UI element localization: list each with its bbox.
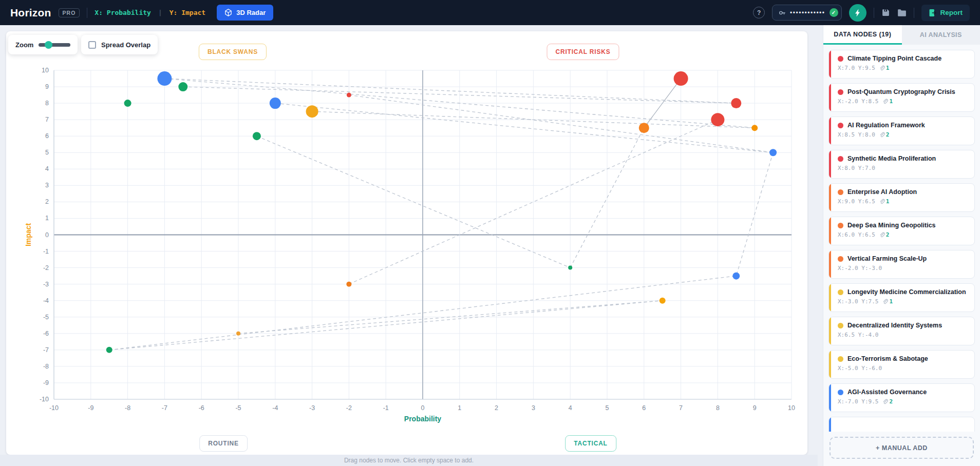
x-tick-label: -10 xyxy=(49,404,59,412)
chart-node[interactable] xyxy=(639,123,649,133)
chart-node[interactable] xyxy=(178,82,187,91)
scatter-plot[interactable]: -10-10-9-9-8-8-7-7-6-6-5-5-4-4-3-3-2-2-1… xyxy=(6,31,807,457)
node-card[interactable]: AGI-Assisted Governance X:-7.0 Y:9.5 2 xyxy=(828,383,975,412)
link-count-badge: 2 xyxy=(879,131,890,138)
link-edge xyxy=(275,103,773,152)
chart-node[interactable] xyxy=(306,105,318,118)
x-tick-label: 4 xyxy=(569,404,572,412)
x-tick-label: 6 xyxy=(642,404,646,412)
open-folder-button[interactable] xyxy=(897,9,907,17)
node-name-row: Synthetic Media Proliferation xyxy=(838,155,968,162)
report-doc-icon xyxy=(929,9,936,17)
chart-node[interactable] xyxy=(674,71,688,86)
api-key-field[interactable]: •••••••••••• ✓ xyxy=(772,5,841,21)
node-card[interactable]: Vertical Farming Scale-Up X:-2.0 Y:-3.0 xyxy=(828,250,975,279)
tab-ai-analysis[interactable]: AI ANALYSIS xyxy=(902,25,980,45)
status-hint-text: Drag nodes to move. Click empty space to… xyxy=(344,457,474,464)
chart-node[interactable] xyxy=(769,149,777,156)
chart-node[interactable] xyxy=(106,347,112,353)
help-button[interactable]: ? xyxy=(753,7,765,18)
chart-node[interactable] xyxy=(124,100,131,107)
x-tick-label: -8 xyxy=(125,404,130,412)
scatter-chart-card[interactable]: -10-10-9-9-8-8-7-7-6-6-5-5-4-4-3-3-2-2-1… xyxy=(6,31,807,455)
zoom-slider-thumb[interactable] xyxy=(45,41,52,49)
severity-dot-icon xyxy=(838,390,843,395)
x-tick-label: -4 xyxy=(272,404,278,412)
severity-stripe xyxy=(829,184,831,211)
x-tick-label: -1 xyxy=(383,404,389,412)
x-tick-label: 5 xyxy=(606,404,609,412)
node-name: Eco-Terrorism & Sabotage xyxy=(847,355,928,362)
y-tick-label: -7 xyxy=(43,346,49,354)
quadrant-label-tactical: TACTICAL xyxy=(565,435,616,452)
report-button[interactable]: Report xyxy=(921,5,970,21)
zoom-label: Zoom xyxy=(15,41,33,49)
node-card[interactable]: Climate Tipping Point Cascade X:7.0 Y:9.… xyxy=(828,50,975,79)
node-card[interactable]: AI Regulation Framework X:8.5 Y:8.0 2 xyxy=(828,116,975,145)
chart-node[interactable] xyxy=(568,266,572,270)
x-tick-label: 3 xyxy=(532,404,535,412)
chart-node[interactable] xyxy=(751,125,758,131)
api-key-masked-value: •••••••••••• xyxy=(790,9,825,16)
severity-dot-icon xyxy=(838,123,843,128)
y-axis-title: Impact xyxy=(24,223,32,246)
severity-dot-icon xyxy=(838,56,843,62)
save-button[interactable] xyxy=(881,8,890,17)
spread-overlap-checkbox[interactable] xyxy=(88,41,96,49)
node-card[interactable]: Longevity Medicine Commercialization X:-… xyxy=(828,283,975,312)
zoom-slider[interactable] xyxy=(39,43,70,47)
node-card[interactable]: Eco-Terrorism & Sabotage X:-5.0 Y:-6.0 xyxy=(828,350,975,379)
node-card[interactable]: Decentralized Identity Systems X:6.5 Y:-… xyxy=(828,317,975,345)
y-tick-label: 5 xyxy=(45,149,49,156)
node-name-row: Climate Tipping Point Cascade xyxy=(838,55,968,62)
link-edge xyxy=(349,95,773,152)
node-coords: X:-2.0 Y:-3.0 xyxy=(838,265,882,271)
divider xyxy=(87,8,87,18)
tab-data-nodes[interactable]: DATA NODES (19) xyxy=(823,25,902,45)
y-tick-label: 10 xyxy=(42,67,49,74)
radar-3d-button[interactable]: 3D Radar xyxy=(217,5,273,21)
severity-dot-icon xyxy=(838,189,843,195)
y-tick-label: -5 xyxy=(43,314,49,321)
chart-node[interactable] xyxy=(659,298,666,304)
node-card[interactable]: Enterprise AI Adoption X:9.0 Y:6.5 1 xyxy=(828,183,975,212)
x-tick-label: -2 xyxy=(346,404,352,412)
chart-node[interactable] xyxy=(157,71,172,86)
node-card[interactable]: Post-Quantum Cryptography Crisis X:-2.0 … xyxy=(828,83,975,112)
x-tick-label: -7 xyxy=(162,404,167,412)
zoom-control: Zoom xyxy=(8,35,78,54)
node-coords-row: X:6.0 Y:6.5 2 xyxy=(838,231,968,238)
node-card[interactable] xyxy=(828,417,975,432)
node-coords: X:7.0 Y:9.5 xyxy=(838,65,875,71)
chart-node[interactable] xyxy=(711,113,724,126)
node-coords: X:6.5 Y:-4.0 xyxy=(838,332,878,338)
top-bar: Horizon PRO X: Probability | Y: Impact 3… xyxy=(0,0,980,25)
node-name: Enterprise AI Adoption xyxy=(847,188,917,196)
axis-separator: | xyxy=(158,9,162,16)
node-coords-row: X:9.0 Y:6.5 1 xyxy=(838,198,968,205)
x-tick-label: -5 xyxy=(235,404,241,412)
chart-node[interactable] xyxy=(732,273,740,280)
node-coords-row: X:8.5 Y:8.0 2 xyxy=(838,131,968,138)
node-card[interactable]: Synthetic Media Proliferation X:8.0 Y:7.… xyxy=(828,150,975,179)
chart-node[interactable] xyxy=(270,98,281,109)
chart-node[interactable] xyxy=(731,98,741,108)
cube-icon xyxy=(224,9,232,16)
spread-overlap-label: Spread Overlap xyxy=(101,41,150,49)
severity-dot-icon xyxy=(838,356,843,362)
chart-node[interactable] xyxy=(346,282,351,287)
node-coords: X:8.5 Y:8.0 xyxy=(838,131,875,138)
run-analysis-button[interactable] xyxy=(849,4,866,22)
severity-stripe xyxy=(829,284,831,312)
manual-add-button[interactable]: + MANUAL ADD xyxy=(830,437,974,459)
node-name: Vertical Farming Scale-Up xyxy=(847,255,927,262)
severity-stripe xyxy=(829,317,831,345)
chart-node[interactable] xyxy=(347,93,351,98)
data-node-list: Climate Tipping Point Cascade X:7.0 Y:9.… xyxy=(823,45,980,432)
chart-node[interactable] xyxy=(236,332,240,336)
header-right-group: ? •••••••••••• ✓ xyxy=(753,4,970,22)
node-card[interactable]: Deep Sea Mining Geopolitics X:6.0 Y:6.5 … xyxy=(828,217,975,245)
chart-node[interactable] xyxy=(253,132,261,140)
y-tick-label: 1 xyxy=(45,215,49,222)
link-count-badge: 1 xyxy=(882,98,893,105)
